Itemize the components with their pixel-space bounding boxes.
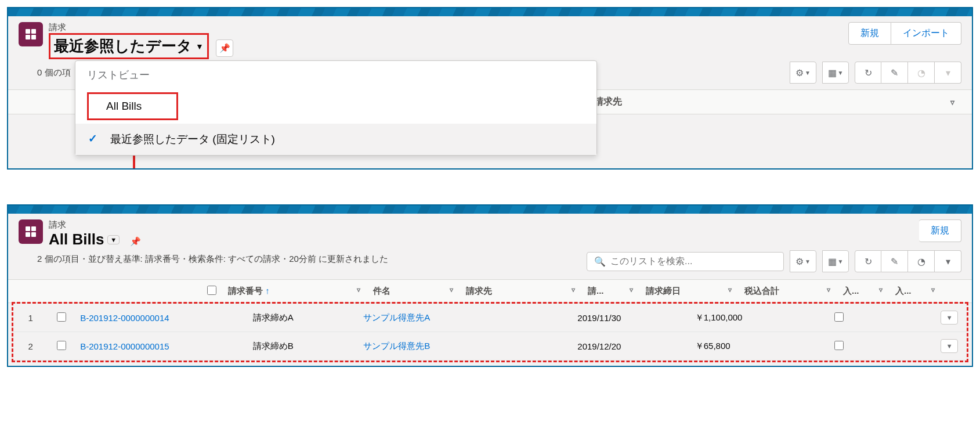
refresh-button[interactable]: ↻	[855, 250, 881, 272]
pin-list-button[interactable]: 📌	[127, 233, 144, 250]
check-icon: ✓	[88, 132, 97, 145]
gear-icon: ⚙	[795, 256, 804, 267]
account-link[interactable]: サンプル得意先B	[363, 341, 430, 351]
row-action-menu[interactable]: ▼	[941, 311, 958, 325]
bills-table: 請求番号 ↑▿ 件名▿ 請求先▿ 請...▿ 請求締日▿ 税込合計▿ 入...▿…	[8, 279, 972, 303]
list-settings-button[interactable]: ⚙▼	[790, 250, 816, 272]
chart-button[interactable]: ◔	[908, 250, 935, 272]
column-header-total[interactable]: 税込合計▿	[740, 280, 838, 303]
dropdown-item-recent[interactable]: ✓ 最近参照したデータ (固定リスト)	[75, 124, 596, 155]
column-label: 税込合計	[744, 286, 779, 296]
decorative-header-bar	[8, 206, 972, 214]
column-header-7[interactable]: 入...▿	[838, 280, 891, 303]
dropdown-item-label: 最近参照したデータ (固定リスト)	[110, 133, 275, 145]
cell-7	[808, 304, 870, 332]
column-label: 件名	[373, 286, 390, 296]
row-checkbox-cell[interactable]	[48, 304, 76, 332]
select-all-checkbox[interactable]	[207, 286, 216, 295]
column-header-due[interactable]: 請求締日▿	[641, 280, 740, 303]
bills-table-body: 1B-201912-0000000014請求締めAサンプル得意先A2019/11…	[13, 304, 967, 361]
column-header-account[interactable]: 請求先▿	[461, 280, 583, 303]
new-button[interactable]: 新規	[919, 219, 961, 242]
column-header-4[interactable]: 請...▿	[583, 280, 641, 303]
cell-8	[870, 332, 932, 361]
search-icon: 🔍	[594, 256, 606, 267]
pencil-icon: ✎	[891, 256, 898, 267]
filter-button: ▾	[935, 62, 961, 84]
new-button[interactable]: 新規	[848, 22, 891, 45]
import-button[interactable]: インポート	[891, 22, 961, 45]
svg-rect-4	[26, 226, 30, 231]
chevron-down-icon: ▿	[572, 286, 575, 294]
chevron-down-icon: ▿	[827, 286, 830, 294]
row-index: 1	[13, 304, 48, 332]
refresh-button[interactable]: ↻	[855, 62, 881, 84]
cell-7	[808, 332, 870, 361]
column-label: 請求番号	[228, 286, 263, 296]
caret-down-icon: ▼	[838, 258, 844, 265]
chevron-down-icon: ▿	[450, 286, 453, 294]
decorative-header-bar	[8, 8, 972, 16]
edit-button[interactable]: ✎	[881, 250, 908, 272]
chart-button: ◔	[908, 62, 935, 84]
refresh-icon: ↻	[865, 256, 872, 267]
column-header-account[interactable]: 請求先	[594, 96, 622, 108]
column-header-index	[8, 280, 200, 303]
caret-down-icon: ▼	[196, 42, 204, 51]
table-row: 2B-201912-0000000015請求締めBサンプル得意先B2019/12…	[13, 332, 967, 361]
row-checkbox-cell[interactable]	[48, 332, 76, 361]
gear-icon: ⚙	[795, 67, 804, 78]
svg-rect-2	[26, 35, 30, 39]
column-label: 入...	[895, 286, 912, 296]
item-count-text: 0 個の項	[37, 67, 71, 78]
display-as-button[interactable]: ▦▼	[822, 62, 849, 84]
row-checkbox[interactable]	[57, 341, 66, 350]
bill-link[interactable]: B-201912-0000000014	[80, 313, 169, 323]
cell-total: ￥65,800	[690, 332, 808, 361]
column-label: 請求先	[466, 286, 492, 296]
search-input[interactable]	[610, 256, 776, 266]
chevron-down-icon: ▿	[879, 286, 883, 294]
caret-down-icon: ▼	[107, 235, 120, 244]
tool-group: ↻ ✎ ◔ ▾	[855, 62, 961, 84]
object-icon	[19, 22, 43, 46]
list-view-selector[interactable]: 最近参照したデータ ▼	[54, 36, 204, 56]
list-settings-button[interactable]: ⚙▼	[790, 62, 816, 84]
row-checkbox[interactable]	[57, 312, 66, 322]
flag-checkbox-1[interactable]	[834, 312, 844, 322]
bottom-panel: 請求 All Bills ▼ 📌 新規 2 個の項目・並び替え基準: 請求番号・…	[7, 204, 973, 367]
settings-group: ⚙▼	[790, 62, 816, 84]
svg-rect-1	[31, 29, 36, 34]
svg-rect-0	[26, 29, 30, 34]
flag-checkbox-1[interactable]	[834, 341, 844, 350]
bill-link[interactable]: B-201912-0000000015	[80, 341, 169, 351]
pencil-icon: ✎	[891, 67, 898, 78]
search-box[interactable]: 🔍	[587, 252, 784, 271]
svg-rect-3	[31, 35, 36, 39]
chevron-down-icon: ▿	[728, 286, 732, 294]
dropdown-item-label: All Bills	[106, 100, 142, 112]
edit-button[interactable]: ✎	[881, 62, 908, 84]
pin-icon: 📌	[219, 43, 230, 53]
caret-down-icon: ▼	[838, 70, 844, 76]
cell-actions: ▼	[932, 304, 967, 332]
table-icon: ▦	[828, 256, 837, 267]
pie-chart-icon: ◔	[917, 67, 925, 78]
dropdown-item-all-bills[interactable]: All Bills	[87, 92, 178, 120]
cell-due: 2019/11/30	[573, 304, 690, 332]
column-header-bill-no[interactable]: 請求番号 ↑▿	[223, 280, 368, 303]
header-actions: 新規	[919, 219, 961, 242]
filter-button[interactable]: ▾	[935, 250, 961, 272]
display-as-button[interactable]: ▦▼	[822, 250, 849, 272]
column-header-subject[interactable]: 件名▿	[368, 280, 461, 303]
column-header-checkbox[interactable]	[200, 280, 223, 303]
account-link[interactable]: サンプル得意先A	[363, 312, 430, 322]
object-icon	[19, 219, 43, 244]
list-view-selector[interactable]: All Bills ▼	[49, 230, 120, 248]
pin-list-button[interactable]: 📌	[216, 39, 233, 57]
column-header-8[interactable]: 入...▿	[891, 280, 943, 303]
row-action-menu[interactable]: ▼	[941, 339, 958, 353]
svg-rect-5	[31, 226, 36, 231]
table-icon: ▦	[828, 67, 837, 78]
column-label: 請...	[588, 286, 604, 296]
